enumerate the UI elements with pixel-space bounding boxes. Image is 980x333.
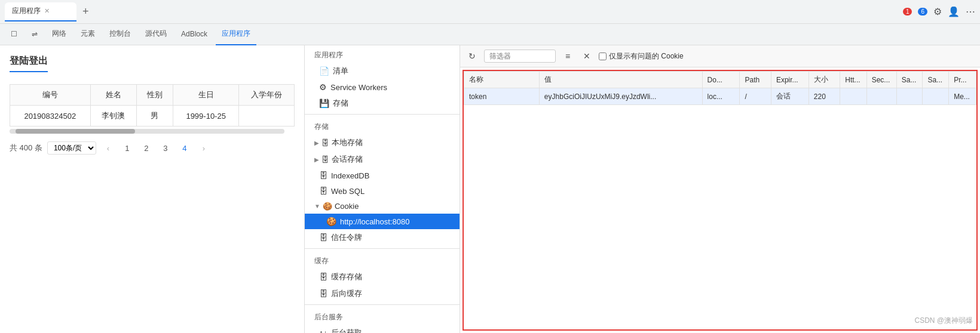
manifest-icon: 📄 (319, 66, 329, 76)
localhost-icon: 🍪 (326, 217, 336, 226)
backend-section-label: 后台服务 (305, 307, 460, 325)
col-header-sa1: Sa... (896, 72, 923, 88)
show-problematic-checkbox[interactable] (599, 53, 607, 60)
col-header-domain: Do... (702, 72, 740, 88)
sidebar-item-background-fetch[interactable]: ↑↓ 后台获取 (305, 325, 460, 333)
divider-1 (305, 114, 460, 115)
settings-icon[interactable]: ⚙ (933, 6, 942, 17)
error-badge: 1 (903, 8, 912, 16)
tab-bar: 应用程序 ✕ + (5, 2, 899, 21)
horizontal-scrollbar[interactable] (10, 129, 284, 134)
cell-name: 李钊澳 (90, 106, 136, 127)
col-header-gender: 性别 (136, 85, 173, 106)
devtools-tab-elements[interactable]: 元素 (75, 24, 101, 45)
session-storage-expand[interactable]: ▶ 🗄 会话存储 (305, 151, 460, 168)
sidebar-item-back-forward-cache[interactable]: 🗄 后向缓存 (305, 285, 460, 302)
background-fetch-label: 后台获取 (331, 328, 362, 333)
devtools-main-panel: ↻ ≡ ✕ 仅显示有问题的 Cookie 名称 值 Do... Path Exp… (460, 45, 980, 333)
page-2-button[interactable]: 2 (139, 141, 154, 155)
websql-icon: 🗄 (319, 186, 327, 196)
col-header-size: 大小 (808, 72, 840, 88)
devtools-tab-inspect[interactable]: ☐ (5, 24, 23, 45)
devtools-tab-application[interactable]: 应用程序 (216, 24, 256, 45)
tab-label: 应用程序 (12, 6, 41, 16)
cookie-expand[interactable]: ▼ 🍪 Cookie (305, 199, 460, 214)
cell-id: 201908324502 (10, 106, 91, 127)
col-header-sec: Sec... (866, 72, 896, 88)
filter-input[interactable] (484, 50, 556, 63)
sidebar-item-websql[interactable]: 🗄 Web SQL (305, 183, 460, 199)
watermark: CSDN @澳神弱爆 (914, 316, 973, 326)
cookie-table: 名称 值 Do... Path Expir... 大小 Htt... Sec..… (464, 71, 976, 105)
sidebar-item-indexeddb[interactable]: 🗄 IndexedDB (305, 168, 460, 183)
col-header-name: 名称 (464, 72, 540, 88)
devtools-tab-console[interactable]: 控制台 (103, 24, 137, 45)
divider-2 (305, 248, 460, 249)
next-page-button[interactable]: › (197, 141, 211, 155)
cookie-sa1 (896, 88, 923, 105)
tab-close-icon[interactable]: ✕ (44, 7, 50, 15)
cookie-http (840, 88, 866, 105)
local-storage-icon: 🗄 (321, 138, 329, 147)
col-header-birthday: 生日 (173, 85, 239, 106)
page-3-button[interactable]: 3 (158, 141, 173, 155)
sidebar-item-cache-storage[interactable]: 🗄 缓存存储 (305, 269, 460, 285)
extension-badge: 6 (918, 8, 927, 16)
storage-section-label: 存储 (305, 117, 460, 134)
prev-page-button[interactable]: ‹ (101, 141, 115, 155)
show-problematic-label: 仅显示有问题的 Cookie (609, 51, 684, 61)
cookie-expires: 会话 (771, 88, 808, 105)
devtools-tab-sources[interactable]: 源代码 (139, 24, 173, 45)
cell-birthday: 1999-10-25 (173, 106, 239, 127)
show-problematic-checkbox-label[interactable]: 仅显示有问题的 Cookie (599, 51, 684, 61)
browser-top-bar: 应用程序 ✕ + 1 6 ⚙ 👤 ⋯ (0, 0, 980, 24)
indexeddb-label: IndexedDB (331, 171, 369, 180)
cache-storage-label: 缓存存储 (331, 272, 362, 282)
sidebar-item-localhost[interactable]: 🍪 http://localhost:8080 (305, 214, 460, 229)
filter-options-icon[interactable]: ≡ (561, 49, 575, 63)
local-storage-expand[interactable]: ▶ 🗄 本地存储 (305, 134, 460, 151)
app-section-label: 应用程序 (305, 45, 460, 63)
devtools-tab-device[interactable]: ⇌ (26, 24, 44, 45)
cache-storage-icon: 🗄 (319, 272, 327, 282)
scroll-thumb (16, 129, 135, 134)
clear-filter-icon[interactable]: ✕ (580, 49, 594, 63)
col-header-http: Htt... (840, 72, 866, 88)
refresh-button[interactable]: ↻ (465, 49, 479, 63)
expand-arrow-local: ▶ (314, 140, 319, 146)
sidebar-item-service-workers[interactable]: ⚙ Service Workers (305, 79, 460, 95)
devtools-tab-network[interactable]: 网络 (46, 24, 72, 45)
tab-application[interactable]: 应用程序 ✕ (5, 2, 76, 21)
browser-actions: 1 6 ⚙ 👤 ⋯ (903, 6, 975, 17)
background-fetch-icon: ↑↓ (319, 328, 327, 333)
cookie-name: token (464, 88, 540, 105)
devtools-toolbar: ☐ ⇌ 网络 元素 控制台 源代码 AdBlock 应用程序 (0, 24, 980, 45)
cookie-sa2 (923, 88, 949, 105)
manifest-label: 清单 (333, 66, 348, 76)
more-icon[interactable]: ⋯ (966, 6, 975, 17)
storage-icon: 💾 (319, 98, 329, 108)
page-1-button[interactable]: 1 (120, 141, 134, 155)
cookie-header-row: 名称 值 Do... Path Expir... 大小 Htt... Sec..… (464, 72, 976, 88)
tab-add-button[interactable]: + (79, 5, 93, 18)
page-size-select[interactable]: 100条/页 50条/页 20条/页 (47, 141, 96, 155)
devtools-tab-adblock[interactable]: AdBlock (175, 24, 213, 45)
sidebar-item-storage[interactable]: 💾 存储 (305, 95, 460, 112)
page-4-button[interactable]: 4 (177, 141, 192, 155)
cookie-path: / (740, 88, 771, 105)
sidebar-item-trust-token[interactable]: 🗄 信任令牌 (305, 229, 460, 246)
profile-icon[interactable]: 👤 (948, 6, 960, 17)
cache-section-label: 缓存 (305, 251, 460, 269)
session-storage-label: 会话存储 (332, 154, 363, 165)
sidebar-item-manifest[interactable]: 📄 清单 (305, 63, 460, 79)
localhost-label: http://localhost:8080 (340, 217, 409, 226)
cookie-icon: 🍪 (323, 202, 332, 211)
webpage-panel: 登陆登出 编号 姓名 性别 生日 入学年份 201908324502 李钊澳 男… (0, 45, 305, 333)
table-row: 201908324502 李钊澳 男 1999-10-25 (10, 106, 295, 127)
websql-label: Web SQL (331, 187, 365, 196)
cookie-row[interactable]: token eyJhbGciOiJIUzUxMiJ9.eyJzdWli... l… (464, 88, 976, 105)
col-header-path: Path (740, 72, 771, 88)
storage-label: 存储 (333, 98, 348, 109)
service-workers-icon: ⚙ (319, 82, 327, 92)
expand-arrow-session: ▶ (314, 156, 319, 163)
